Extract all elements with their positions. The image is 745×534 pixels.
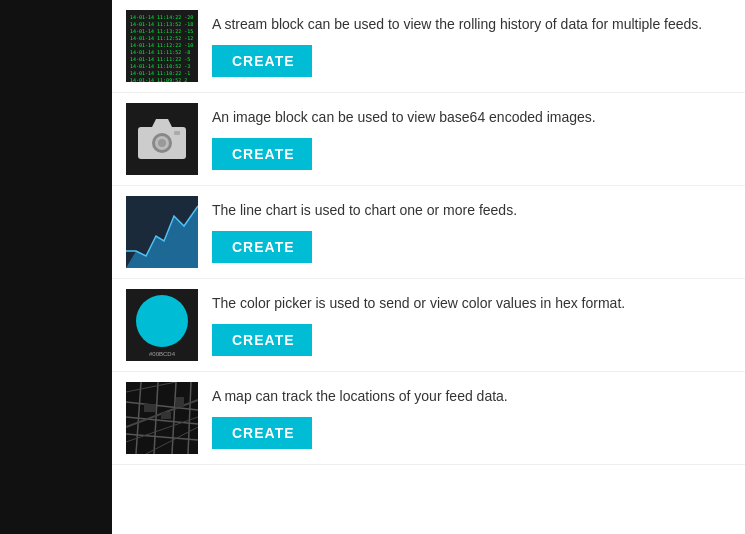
stream-thumbnail: 14-01-14 11:14:22 -20 14-01-14 11:13:52 … <box>126 10 198 82</box>
color-circle: #00BCD4 <box>126 289 198 361</box>
linechart-thumbnail <box>126 196 198 268</box>
map-block-item: A map can track the locations of your fe… <box>112 372 745 465</box>
map-description: A map can track the locations of your fe… <box>212 387 731 407</box>
chart-svg <box>126 196 198 268</box>
map-create-button[interactable]: CREATE <box>212 417 312 449</box>
linechart-description: The line chart is used to chart one or m… <box>212 201 731 221</box>
image-block-info: An image block can be used to view base6… <box>212 108 731 170</box>
image-create-button[interactable]: CREATE <box>212 138 312 170</box>
color-hex-label: #00BCD4 <box>149 351 175 357</box>
svg-rect-21 <box>144 404 156 412</box>
map-thumbnail <box>126 382 198 454</box>
stream-block-item: 14-01-14 11:14:22 -20 14-01-14 11:13:52 … <box>112 0 745 93</box>
svg-rect-23 <box>176 397 184 407</box>
linechart-block-item: The line chart is used to chart one or m… <box>112 186 745 279</box>
colorpicker-create-button[interactable]: CREATE <box>212 324 312 356</box>
image-block-item: An image block can be used to view base6… <box>112 93 745 186</box>
colorpicker-description: The color picker is used to send or view… <box>212 294 731 314</box>
colorpicker-block-item: #00BCD4 The color picker is used to send… <box>112 279 745 372</box>
svg-point-4 <box>158 139 166 147</box>
sidebar <box>0 0 112 534</box>
svg-rect-5 <box>174 131 180 135</box>
linechart-block-info: The line chart is used to chart one or m… <box>212 201 731 263</box>
image-thumbnail <box>126 103 198 175</box>
svg-rect-22 <box>161 412 171 419</box>
svg-marker-1 <box>152 119 172 127</box>
svg-point-8 <box>136 295 188 347</box>
colorpicker-thumbnail: #00BCD4 <box>126 289 198 361</box>
map-svg <box>126 382 198 454</box>
camera-icon <box>126 103 198 175</box>
map-block-info: A map can track the locations of your fe… <box>212 387 731 449</box>
stream-preview: 14-01-14 11:14:22 -20 14-01-14 11:13:52 … <box>126 10 198 82</box>
content-area: 14-01-14 11:14:22 -20 14-01-14 11:13:52 … <box>112 0 745 534</box>
stream-description: A stream block can be used to view the r… <box>212 15 731 35</box>
image-description: An image block can be used to view base6… <box>212 108 731 128</box>
stream-block-info: A stream block can be used to view the r… <box>212 15 731 77</box>
linechart-create-button[interactable]: CREATE <box>212 231 312 263</box>
colorpicker-block-info: The color picker is used to send or view… <box>212 294 731 356</box>
stream-create-button[interactable]: CREATE <box>212 45 312 77</box>
